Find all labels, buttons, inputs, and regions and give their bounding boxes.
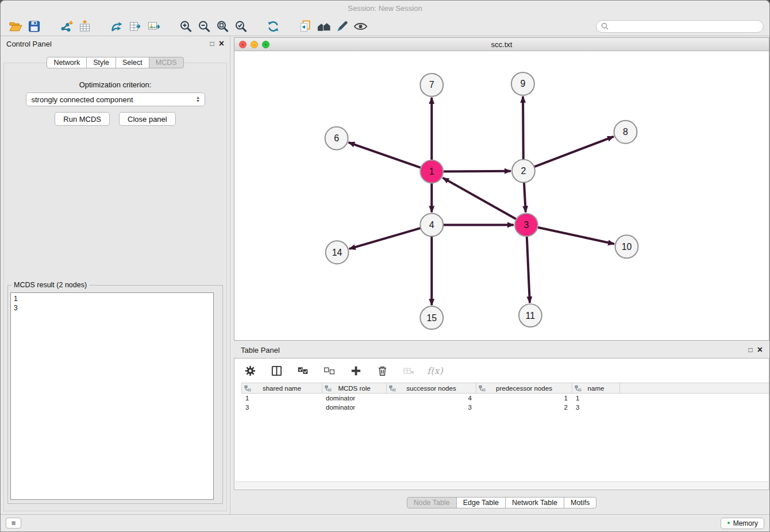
network-window-titlebar[interactable]: × − + scc.txt: [234, 38, 769, 51]
split-columns-button[interactable]: [269, 363, 284, 378]
window-zoom-icon[interactable]: +: [262, 41, 270, 48]
floppy-icon: [27, 20, 41, 33]
column-type-icon: [325, 385, 332, 392]
select-all-icon: [297, 365, 309, 377]
zoom-selected-button[interactable]: [232, 18, 250, 35]
apply-layout-button[interactable]: [264, 18, 282, 35]
column-type-icon: [244, 385, 251, 392]
network-window-title: scc.txt: [491, 40, 513, 49]
graph-edge[interactable]: [533, 137, 614, 168]
graph-node-label: 4: [429, 220, 434, 230]
graph-edge[interactable]: [527, 235, 530, 303]
close-table-panel-icon[interactable]: ×: [757, 345, 763, 354]
tab-network-table[interactable]: Network Table: [505, 497, 564, 508]
close-panel-icon[interactable]: ×: [219, 39, 224, 48]
column-header-name[interactable]: name: [572, 383, 620, 393]
style-pen-button[interactable]: [333, 18, 351, 35]
column-header-shared-name[interactable]: shared name: [241, 383, 322, 393]
graph-edge[interactable]: [536, 227, 614, 244]
import-network-button[interactable]: [57, 18, 75, 35]
toggle-visibility-button[interactable]: [351, 18, 369, 35]
mcds-result-list[interactable]: 13: [10, 292, 214, 500]
table-toolbar: f(x): [234, 358, 769, 383]
run-mcds-button[interactable]: Run MCDS: [55, 112, 110, 126]
search-box[interactable]: [596, 20, 764, 33]
table-row[interactable]: 3dominator323: [241, 403, 769, 412]
window-minimize-icon[interactable]: −: [251, 41, 258, 48]
add-column-button[interactable]: [348, 363, 363, 378]
overview-button[interactable]: [314, 18, 333, 35]
refresh-icon: [266, 20, 280, 33]
window-close-icon[interactable]: ×: [239, 41, 247, 48]
table-cell: 2: [476, 403, 572, 412]
zoom-fit-button[interactable]: [213, 18, 232, 35]
table-cell: 3: [572, 403, 620, 412]
close-panel-button[interactable]: Close panel: [119, 112, 176, 126]
graph-node-label: 2: [521, 166, 526, 176]
select-all-rows-button[interactable]: [295, 363, 310, 378]
function-builder-button[interactable]: f(x): [428, 363, 442, 378]
graph-node-label: 3: [523, 220, 529, 230]
tab-style[interactable]: Style: [86, 57, 116, 68]
graph-edge[interactable]: [442, 171, 511, 172]
network-canvas[interactable]: 7968124314101511: [234, 52, 769, 340]
mcds-result-line: 1: [14, 294, 210, 303]
export-image-button[interactable]: [144, 18, 163, 35]
delete-column-button[interactable]: [375, 363, 390, 378]
open-session-button[interactable]: [6, 18, 25, 35]
network-graph[interactable]: 7968124314101511: [234, 52, 769, 340]
node-table-body: 1dominator4113dominator323: [241, 394, 769, 412]
graph-edge[interactable]: [348, 142, 422, 168]
table-cell: 1: [241, 394, 322, 403]
mcds-panel: Optimization criterion: strongly connect…: [3, 63, 227, 511]
control-panel: Control Panel □ × Network Style Select M…: [1, 36, 230, 514]
table-panel-title: Table Panel: [241, 346, 280, 354]
task-history-button[interactable]: ≡: [6, 518, 21, 529]
tab-network[interactable]: Network: [47, 57, 87, 68]
tab-motifs[interactable]: Motifs: [564, 497, 596, 508]
import-network-icon: [59, 20, 74, 33]
graph-edge[interactable]: [349, 228, 422, 249]
graph-edge[interactable]: [523, 97, 523, 161]
search-input[interactable]: [611, 22, 759, 30]
import-table-button[interactable]: [75, 18, 94, 35]
table-panel: Table Panel □ ×: [234, 343, 769, 514]
graph-edge[interactable]: [524, 182, 526, 213]
column-header-mcds-role[interactable]: MCDS role: [322, 383, 386, 393]
deselect-all-rows-button[interactable]: [322, 363, 337, 378]
export-table-button[interactable]: [126, 18, 144, 35]
tab-edge-table[interactable]: Edge Table: [456, 497, 506, 508]
titlebar[interactable]: Session: New Session: [1, 1, 769, 17]
column-header-predecessor-nodes[interactable]: predecessor nodes: [476, 383, 572, 393]
table-cell: 3: [241, 403, 322, 412]
tab-select[interactable]: Select: [116, 57, 149, 68]
pen-icon: [335, 20, 349, 33]
memory-button[interactable]: ● Memory: [721, 518, 764, 529]
column-header-successor-nodes[interactable]: successor nodes: [386, 383, 476, 393]
zoom-out-button[interactable]: [195, 18, 213, 35]
float-table-panel-icon[interactable]: □: [748, 346, 752, 353]
houses-icon: [317, 20, 331, 33]
table-cell: dominator: [322, 403, 386, 412]
table-row[interactable]: 1dominator411: [241, 394, 769, 403]
mcds-result-line: 3: [14, 303, 210, 313]
tab-node-table[interactable]: Node Table: [407, 497, 457, 508]
delete-table-button[interactable]: [401, 363, 416, 378]
graph-node-label: 9: [520, 79, 525, 88]
folder-open-icon: [9, 20, 23, 33]
table-cell: 1: [476, 394, 572, 403]
copy-view-button[interactable]: [296, 18, 314, 35]
search-icon: [601, 22, 609, 30]
graph-edge[interactable]: [442, 178, 517, 219]
control-panel-tabs: Network Style Select MCDS: [1, 57, 230, 68]
zoom-in-button[interactable]: [176, 18, 195, 35]
float-panel-icon[interactable]: □: [210, 40, 214, 47]
duplicate-network-button[interactable]: [107, 18, 126, 35]
gear-icon: [244, 365, 256, 377]
tab-mcds[interactable]: MCDS: [149, 57, 184, 68]
optimization-criterion-select[interactable]: strongly connected component ▴▾: [26, 92, 205, 106]
table-cell: dominator: [322, 394, 386, 403]
horizontal-scrollbar[interactable]: [235, 481, 768, 489]
column-settings-button[interactable]: [242, 363, 257, 378]
save-session-button[interactable]: [25, 18, 43, 35]
